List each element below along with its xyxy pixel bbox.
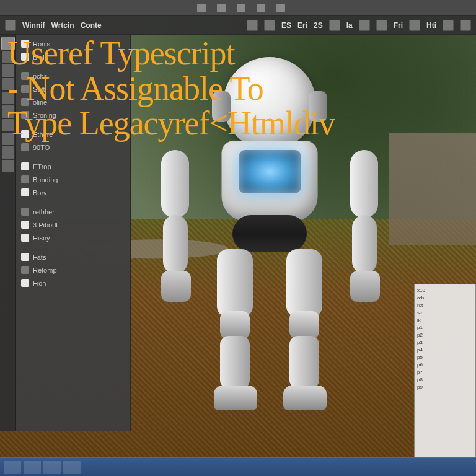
properties-line-1: a:b — [417, 294, 473, 302]
header-tab-1[interactable]: Wrtcin — [51, 21, 74, 30]
properties-line-8: p4 — [417, 346, 473, 354]
toolbar-label-4[interactable]: 2S — [314, 21, 323, 30]
axis-icon[interactable] — [237, 4, 245, 12]
left-panel: RonisBloffpchsSoftolineSroningEthere90TO… — [16, 35, 131, 431]
move-tool[interactable] — [2, 51, 14, 63]
panel-item-4[interactable]: oline — [16, 95, 130, 108]
panel-item-2[interactable]: pchs — [16, 69, 130, 82]
toolbar-label-9[interactable]: Fri — [394, 21, 403, 30]
panel-item-9[interactable]: Bunding — [16, 173, 130, 186]
tool-column — [0, 35, 16, 431]
panel-item-16[interactable]: Fion — [16, 276, 130, 289]
panel-item-label: Sroning — [33, 112, 56, 119]
box-tool[interactable] — [2, 92, 14, 104]
header-tab-0[interactable]: Winnif — [22, 21, 45, 30]
move-icon[interactable] — [264, 20, 275, 31]
robot-model[interactable] — [164, 57, 375, 410]
toolbar-label-11[interactable]: Hti — [426, 21, 436, 30]
app-2[interactable] — [43, 461, 61, 474]
panel-item-label: pchs — [33, 73, 47, 80]
cube-icon[interactable] — [359, 20, 370, 31]
robot-head — [223, 57, 316, 150]
robot-leg-left — [217, 249, 253, 410]
cut-tool[interactable] — [2, 119, 14, 131]
panel-item-10[interactable]: Bory — [16, 186, 130, 199]
document-icon — [21, 279, 29, 287]
panel-item-0[interactable]: Ronis — [16, 37, 130, 50]
magnet-icon[interactable] — [257, 4, 265, 12]
background-building — [389, 133, 476, 245]
panel-item-label: Fion — [33, 280, 46, 287]
panel-toggle-icon[interactable] — [5, 20, 16, 31]
document-icon — [21, 53, 29, 61]
header-tab-2[interactable]: Conte — [81, 21, 102, 30]
panel-item-11[interactable]: rethher — [16, 205, 130, 218]
panel-item-8[interactable]: ETrop — [16, 160, 130, 173]
sphere-icon[interactable] — [376, 20, 387, 31]
rotate-tool[interactable] — [2, 64, 14, 77]
measure-tool[interactable] — [2, 146, 14, 159]
document-icon — [21, 188, 29, 196]
link-icon[interactable] — [276, 4, 285, 12]
robot-ear-left — [212, 91, 231, 122]
item-icon — [21, 208, 29, 216]
edit-tool[interactable] — [2, 105, 14, 118]
toolbar-label-2[interactable]: ES — [281, 21, 291, 30]
item-icon — [21, 85, 29, 93]
panel-item-label: rethher — [33, 208, 55, 216]
item-icon — [21, 98, 29, 106]
item-icon — [21, 72, 29, 80]
properties-line-12: p8 — [417, 376, 473, 384]
robot-leg-right — [286, 249, 322, 410]
panel-item-15[interactable]: Retomp — [16, 263, 130, 276]
properties-line-13: p9 — [417, 384, 473, 391]
panel-item-12[interactable]: 3 Pibodt — [16, 218, 130, 231]
second-toolbar: Winnif Wrtcin Conte ESEri2SIaFriHti — [0, 16, 476, 35]
panel-item-6[interactable]: Ethere — [16, 128, 130, 141]
item-icon — [21, 266, 29, 274]
panel-item-5[interactable]: Sroning — [16, 108, 130, 121]
robot-waist — [232, 215, 307, 252]
app-3[interactable] — [63, 461, 81, 474]
grid-icon[interactable] — [217, 4, 226, 12]
panel-item-3[interactable]: Soft — [16, 82, 130, 95]
panel-item-label: Bloff — [33, 53, 46, 61]
paint-tool[interactable] — [2, 133, 14, 145]
scale-tool[interactable] — [2, 78, 14, 90]
properties-line-5: p1 — [417, 324, 473, 332]
panel-item-7[interactable]: 90TO — [16, 141, 130, 154]
item-icon — [21, 143, 29, 151]
panel-item-13[interactable]: Hisny — [16, 231, 130, 244]
item-icon — [21, 175, 29, 183]
panel-item-label: Soft — [33, 86, 45, 93]
app-1[interactable] — [24, 461, 41, 474]
helper-icon[interactable] — [329, 20, 340, 31]
gear-icon[interactable] — [409, 20, 420, 31]
panel-item-label: 90TO — [33, 144, 50, 151]
properties-line-0: x10 — [417, 287, 473, 294]
panel-item-label: Bory — [33, 189, 47, 196]
panel-item-label: Hisny — [33, 234, 50, 242]
document-icon — [21, 234, 29, 242]
document-icon — [21, 221, 29, 229]
snap-icon[interactable] — [197, 4, 206, 12]
pointer-tool[interactable] — [2, 37, 14, 50]
robot-ear-right — [309, 91, 327, 122]
properties-line-3: sc — [417, 309, 473, 317]
panel-item-1[interactable]: Bloff — [16, 50, 130, 63]
snap-icon — [197, 4, 206, 12]
right-properties-panel[interactable]: x10a:brotsclkp1p2p3p4p5p6p7p8p9 — [414, 284, 476, 457]
camera-icon[interactable] — [443, 20, 454, 31]
properties-line-11: p7 — [417, 369, 473, 376]
properties-line-4: lk — [417, 317, 473, 324]
light-icon[interactable] — [460, 20, 471, 31]
start-button[interactable] — [4, 461, 21, 474]
panel-item-label: Ronis — [33, 40, 50, 48]
toolbar-label-6[interactable]: Ia — [346, 21, 353, 30]
panel-item-14[interactable]: Fats — [16, 250, 130, 263]
item-icon — [21, 111, 29, 119]
toolbar-label-3[interactable]: Eri — [298, 21, 307, 30]
panel-item-label: Retomp — [33, 267, 57, 274]
snap-tool[interactable] — [2, 160, 14, 172]
select-icon[interactable] — [247, 20, 258, 31]
